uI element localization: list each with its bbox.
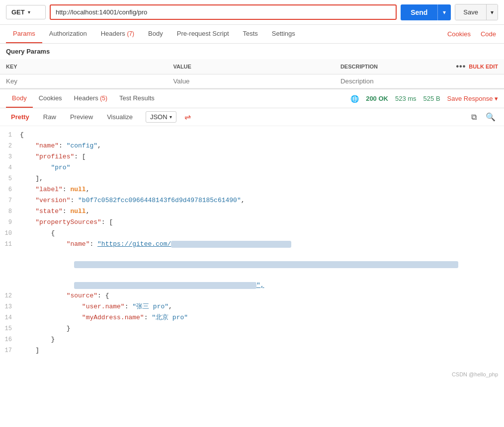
- search-icon[interactable]: 🔍: [483, 111, 498, 123]
- tab-tests[interactable]: Tests: [236, 25, 265, 43]
- format-chevron-icon: ▾: [169, 114, 172, 120]
- json-line-12: 12 "source": {: [0, 291, 504, 302]
- col-description: DESCRIPTION ••• Bulk Edit: [335, 59, 504, 74]
- url-input[interactable]: [56, 8, 391, 16]
- response-status: 🌐 200 OK 523 ms 525 B Save Response ▾: [350, 95, 498, 103]
- wrap-text-icon[interactable]: ⇌: [184, 112, 191, 122]
- json-line-17: 17 ]: [0, 346, 504, 356]
- more-options-icon[interactable]: •••: [456, 62, 466, 71]
- json-line-3: 3 "profiles": [: [0, 152, 504, 163]
- method-select[interactable]: GET ▾: [6, 5, 46, 19]
- send-button[interactable]: Send: [401, 4, 437, 20]
- params-table: KEY VALUE DESCRIPTION ••• Bulk Edit: [0, 59, 504, 88]
- json-line-9: 9 "propertySources": [: [0, 217, 504, 228]
- tab-prerequest[interactable]: Pre-request Script: [170, 25, 236, 43]
- status-time: 523 ms: [395, 95, 417, 102]
- format-pretty-button[interactable]: Pretty: [6, 111, 34, 123]
- json-body: 1 { 2 "name": "config", 3 "profiles": [ …: [0, 126, 504, 369]
- json-line-16: 16 }: [0, 335, 504, 346]
- tab-authorization[interactable]: Authorization: [42, 25, 94, 43]
- tab-headers[interactable]: Headers (7): [94, 25, 141, 43]
- format-bar: Pretty Raw Preview Visualize JSON ▾ ⇌ ⧉ …: [0, 108, 504, 126]
- globe-icon: 🌐: [350, 95, 359, 103]
- json-line-6: 6 "label": null,: [0, 185, 504, 196]
- json-content: 1 { 2 "name": "config", 3 "profiles": [ …: [0, 126, 504, 360]
- status-code: 200 OK: [366, 95, 388, 102]
- format-preview-button[interactable]: Preview: [65, 111, 98, 123]
- req-tab-right: Cookies Code: [445, 25, 498, 43]
- send-button-group: Send ▾: [401, 4, 451, 20]
- format-right-actions: ⧉ 🔍: [469, 111, 498, 123]
- format-raw-button[interactable]: Raw: [38, 111, 61, 123]
- save-button-group: Save ▾: [455, 4, 498, 20]
- json-line-7: 7 "version": "b0f7c0582fcc0966448143f6d9…: [0, 196, 504, 207]
- json-line-8: 8 "state": null,: [0, 207, 504, 217]
- col-value: VALUE: [167, 59, 334, 74]
- json-line-5: 5 ],: [0, 174, 504, 185]
- res-tab-test-results[interactable]: Test Results: [113, 89, 161, 108]
- description-input[interactable]: [340, 77, 498, 85]
- json-line-4: 4 "pro": [0, 163, 504, 174]
- json-line-15: 15 }: [0, 324, 504, 335]
- url-input-wrap: [50, 4, 397, 20]
- send-dropdown-button[interactable]: ▾: [437, 4, 451, 20]
- headers-badge: (7): [127, 30, 134, 37]
- method-chevron-icon: ▾: [28, 9, 30, 15]
- value-input[interactable]: [173, 77, 328, 85]
- json-line-14: 14 "myAddress.name": "北京 pro": [0, 313, 504, 324]
- code-link[interactable]: Code: [479, 25, 498, 43]
- save-dropdown-button[interactable]: ▾: [486, 4, 498, 20]
- col-key: KEY: [0, 59, 167, 74]
- cookies-link[interactable]: Cookies: [445, 25, 473, 43]
- tab-params[interactable]: Params: [6, 25, 42, 43]
- table-row: [0, 74, 504, 88]
- save-response-button[interactable]: Save Response ▾: [447, 95, 498, 102]
- top-bar: GET ▾ Send ▾ Save ▾: [0, 0, 504, 25]
- key-input[interactable]: [6, 77, 161, 85]
- res-tab-cookies[interactable]: Cookies: [33, 89, 68, 108]
- format-select[interactable]: JSON ▾: [146, 111, 176, 123]
- tab-settings[interactable]: Settings: [265, 25, 302, 43]
- res-tab-headers[interactable]: Headers (5): [68, 89, 113, 108]
- format-visualize-button[interactable]: Visualize: [102, 111, 138, 123]
- query-params-header: Query Params: [0, 44, 504, 59]
- response-tabs: Body Cookies Headers (5) Test Results 🌐 …: [0, 88, 504, 108]
- tab-body[interactable]: Body: [141, 25, 170, 43]
- copy-icon[interactable]: ⧉: [469, 111, 479, 123]
- watermark: CSDN @hello_php: [0, 369, 504, 380]
- json-line-11: 11 "name": "https://gitee.com/: [0, 239, 504, 291]
- res-tab-body[interactable]: Body: [6, 89, 33, 108]
- format-select-value: JSON: [150, 113, 168, 121]
- request-tabs: Params Authorization Headers (7) Body Pr…: [0, 25, 504, 44]
- json-line-1: 1 {: [0, 130, 504, 141]
- save-button[interactable]: Save: [455, 4, 486, 20]
- json-line-10: 10 {: [0, 228, 504, 239]
- json-line-2: 2 "name": "config",: [0, 141, 504, 152]
- json-line-13: 13 "user.name": "张三 pro",: [0, 302, 504, 313]
- bulk-edit-button[interactable]: Bulk Edit: [469, 64, 498, 70]
- res-headers-badge: (5): [100, 95, 107, 102]
- method-value: GET: [11, 8, 25, 16]
- status-size: 525 B: [423, 95, 440, 102]
